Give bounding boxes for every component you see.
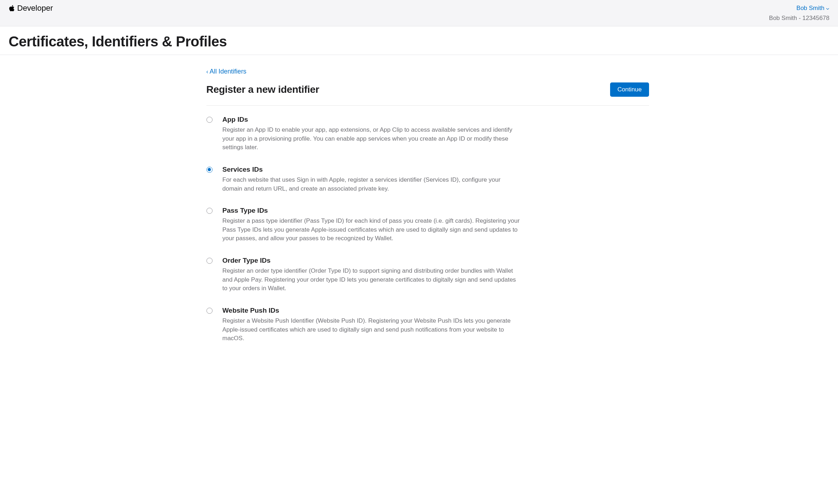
option-description: Register an order type identifier (Order… [223, 267, 521, 293]
account-area: Bob Smith Bob Smith - 12345678 [769, 4, 829, 22]
option-title: Website Push IDs [223, 307, 521, 314]
account-menu[interactable]: Bob Smith [797, 4, 829, 13]
option-title: Order Type IDs [223, 257, 521, 264]
option-description: For each website that uses Sign in with … [223, 176, 521, 193]
option-website-push-ids[interactable]: Website Push IDs Register a Website Push… [206, 307, 521, 343]
option-pass-type-ids[interactable]: Pass Type IDs Register a pass type ident… [206, 207, 521, 243]
option-description: Register a pass type identifier (Pass Ty… [223, 217, 521, 243]
top-bar: Developer Bob Smith Bob Smith - 12345678 [0, 0, 838, 26]
brand-text: Developer [17, 4, 53, 13]
option-services-ids[interactable]: Services IDs For each website that uses … [206, 166, 521, 193]
back-link[interactable]: ‹ All Identifiers [206, 68, 246, 75]
option-title: Services IDs [223, 166, 521, 173]
section-header: Register a new identifier Continue [206, 82, 649, 106]
radio-order-type-ids[interactable] [206, 258, 213, 264]
main-content: ‹ All Identifiers Register a new identif… [181, 55, 658, 357]
chevron-left-icon: ‹ [206, 69, 208, 75]
radio-website-push-ids[interactable] [206, 308, 213, 314]
option-description: Register a Website Push Identifier (Webs… [223, 317, 521, 343]
option-title: Pass Type IDs [223, 207, 521, 215]
continue-button[interactable]: Continue [610, 82, 649, 97]
option-title: App IDs [223, 116, 521, 124]
page-header: Certificates, Identifiers & Profiles [0, 26, 838, 55]
page-title: Certificates, Identifiers & Profiles [9, 34, 829, 50]
radio-app-ids[interactable] [206, 117, 213, 123]
option-description: Register an App ID to enable your app, a… [223, 126, 521, 152]
brand-logo[interactable]: Developer [9, 4, 53, 13]
chevron-down-icon [826, 6, 829, 10]
radio-services-ids[interactable] [206, 167, 213, 173]
back-link-label: All Identifiers [210, 68, 246, 75]
section-title: Register a new identifier [206, 84, 319, 95]
option-app-ids[interactable]: App IDs Register an App ID to enable you… [206, 116, 521, 152]
account-name: Bob Smith [797, 4, 824, 13]
apple-icon [9, 4, 15, 12]
radio-pass-type-ids[interactable] [206, 208, 213, 214]
option-order-type-ids[interactable]: Order Type IDs Register an order type id… [206, 257, 521, 293]
identifier-options-list: App IDs Register an App ID to enable you… [206, 116, 521, 343]
account-team: Bob Smith - 12345678 [769, 14, 829, 23]
